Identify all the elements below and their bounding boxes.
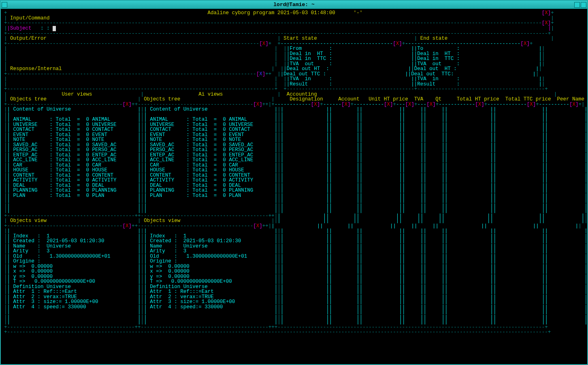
window-title: lord@Tamie: ~ bbox=[273, 2, 314, 8]
titlebar-menu-button[interactable] bbox=[2, 2, 7, 8]
terminal-content[interactable]: + Adaline cyborg program 2021-05-03 01:4… bbox=[1, 9, 587, 364]
titlebar-max-button[interactable] bbox=[581, 2, 586, 8]
window-frame: lord@Tamie: ~ + Adaline cyborg program 2… bbox=[0, 0, 588, 365]
titlebar-min-button[interactable] bbox=[574, 2, 580, 8]
titlebar: lord@Tamie: ~ bbox=[1, 1, 587, 9]
